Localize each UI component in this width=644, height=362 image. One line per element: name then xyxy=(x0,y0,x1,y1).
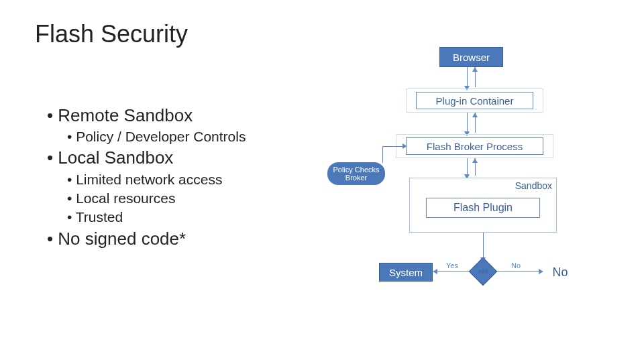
diamond-api-label: API xyxy=(473,268,493,275)
node-api-decision: API xyxy=(473,261,493,282)
policy-pill-line1: Policy Checks xyxy=(333,166,379,174)
bullet-policy-controls: Policy / Developer Controls xyxy=(67,127,246,146)
bullet-limited-network: Limited network access xyxy=(67,170,246,189)
bullet-no-signed-code: No signed code* xyxy=(47,227,246,251)
node-plugin-container: Plug-in Container xyxy=(416,92,533,109)
node-no: No xyxy=(543,263,577,282)
bullet-local-resources: Local resources xyxy=(67,189,246,208)
node-flash-broker-process: Flash Broker Process xyxy=(406,137,543,155)
bullet-local-sandbox: Local Sandbox xyxy=(47,146,246,170)
node-system: System xyxy=(379,263,433,282)
bullet-list: Remote Sandbox Policy / Developer Contro… xyxy=(47,104,246,251)
policy-pill-line2: Broker xyxy=(345,174,367,182)
slide-title: Flash Security xyxy=(35,20,188,48)
node-policy-checks-broker: Policy Checks Broker xyxy=(327,162,385,185)
bullet-remote-sandbox: Remote Sandbox xyxy=(47,104,246,127)
node-browser: Browser xyxy=(439,47,503,67)
flash-security-diagram: Browser Plug-in Container Flash Broker P… xyxy=(342,47,631,328)
edge-label-no: No xyxy=(511,261,521,269)
node-flash-plugin: Flash Plugin xyxy=(426,198,540,218)
edge-label-yes: Yes xyxy=(446,261,458,269)
sandbox-label: Sandbox xyxy=(515,180,552,191)
bullet-trusted: Trusted xyxy=(67,208,246,227)
